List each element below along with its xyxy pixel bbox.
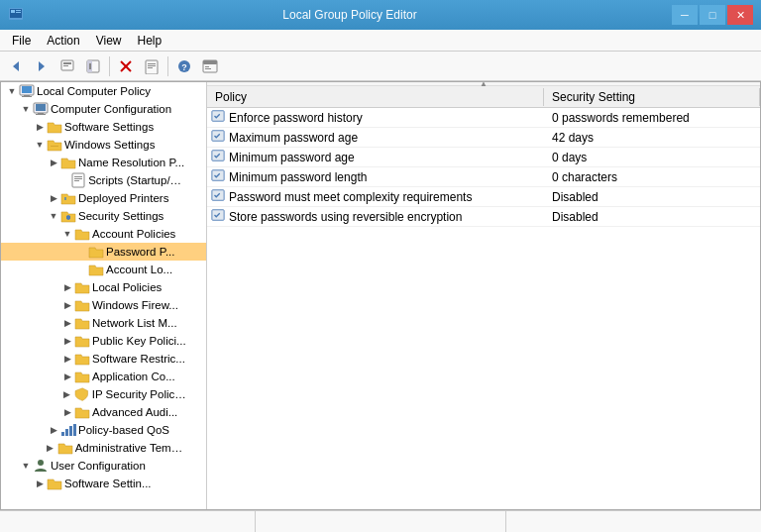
folder-advanced-audit-icon [74,404,90,420]
policy-name-5: Store passwords using reversible encrypt… [207,207,544,226]
expand-software-restrict[interactable]: ▶ [60,352,74,366]
tree-node-computer-config[interactable]: ▼ Computer Configuration [1,100,206,118]
properties-button[interactable] [140,54,163,78]
menu-help[interactable]: Help [130,32,170,50]
policy-row-2[interactable]: Minimum password age 0 days [207,148,760,167]
tree-node-account-policies[interactable]: ▼ Account Policies [1,225,206,243]
expand-policy-qos[interactable]: ▶ [47,423,60,437]
tree-node-policy-qos[interactable]: ▶ Policy-based QoS [1,421,206,439]
policy-value-4: Disabled [544,189,760,205]
tree-label-windows-settings: Windows Settings [64,139,155,151]
svg-rect-22 [205,68,211,69]
folder-software-user-icon [47,476,62,491]
tree-label-software-settings: Software Settings [64,121,154,133]
expand-app-control[interactable]: ▶ [60,370,74,383]
svg-point-41 [38,460,44,466]
expand-local-policy[interactable]: ▼ [5,84,19,98]
policy-row-3[interactable]: Minimum password length 0 characters [207,167,760,187]
expand-network-list[interactable]: ▶ [60,316,74,330]
policy-value-1: 42 days [544,130,760,146]
up-button[interactable] [55,54,79,78]
tree-node-security-settings[interactable]: ▼ Security Settings [1,207,206,225]
tree-node-windows-settings[interactable]: ▼ Windows Settings [1,136,206,154]
expand-windows-settings[interactable]: ▼ [33,138,47,152]
expand-security-settings[interactable]: ▼ [47,209,60,223]
tree-node-name-resolution[interactable]: ▶ Name Resolution P... [1,154,206,171]
tree-node-windows-firewall[interactable]: ▶ Windows Firew... [1,296,206,314]
expand-windows-firewall[interactable]: ▶ [60,298,74,312]
folder-public-key-icon [74,333,90,349]
folder-account-icon [74,226,90,242]
tree-node-account-lockout[interactable]: Account Lo... [1,261,206,278]
menu-action[interactable]: Action [39,32,87,50]
expand-deployed-printers[interactable]: ▶ [47,191,60,205]
policy-list[interactable]: Enforce password history 0 passwords rem… [207,108,760,509]
tree-node-public-key[interactable]: ▶ Public Key Polici... [1,332,206,350]
expand-local-policies[interactable]: ▶ [60,280,74,294]
console-button[interactable] [198,54,222,78]
expand-software-settings[interactable]: ▶ [33,120,47,134]
title-bar: Local Group Policy Editor ─ □ ✕ [0,0,761,30]
expand-software-settings-user[interactable]: ▶ [33,477,47,490]
title-bar-icon [8,6,24,25]
tree-node-admin-templates[interactable]: ▶ Administrative Templa... [1,439,206,457]
tree-node-software-settings[interactable]: ▶ Software Settings [1,118,206,136]
maximize-button[interactable]: □ [700,5,725,25]
expand-name-resolution[interactable]: ▶ [47,156,60,169]
expand-computer-config[interactable]: ▼ [19,102,33,116]
expand-ip-security[interactable]: ▶ [60,387,74,401]
minimize-button[interactable]: ─ [672,5,698,25]
tree-node-password-policy[interactable]: Password P... [1,243,206,261]
menu-file[interactable]: File [4,32,39,50]
tree-label-policy-qos: Policy-based QoS [78,424,169,436]
close-button[interactable]: ✕ [727,5,753,25]
tree-label-windows-firewall: Windows Firew... [92,299,178,311]
tree-label-software-restrict: Software Restric... [92,353,185,365]
tree-node-deployed-printers[interactable]: ▶ Deployed Printers [1,189,206,207]
tree-node-software-settings-user[interactable]: ▶ Software Settin... [1,475,206,492]
tree-label-account-lockout: Account Lo... [106,264,172,275]
tree-label-scripts: Scripts (Startup/Sh... [88,174,186,186]
folder-lockout-icon [88,262,104,277]
policy-row-4[interactable]: Password must meet complexity requiremen… [207,187,760,207]
forward-button[interactable] [30,54,54,78]
back-button[interactable] [4,54,28,78]
folder-printers-icon [60,190,76,206]
folder-name-res-icon [60,155,76,170]
user-config-icon [33,458,49,474]
policy-name-1: Maximum password age [207,128,544,147]
svg-rect-39 [69,426,72,436]
tree-node-advanced-audit[interactable]: ▶ Advanced Audi... [1,403,206,421]
policy-row-5[interactable]: Store passwords using reversible encrypt… [207,207,760,227]
svg-rect-4 [16,12,21,13]
tree-label-local-policies: Local Policies [92,281,162,293]
svg-rect-33 [74,176,82,177]
tree-node-app-control[interactable]: ▶ Application Co... [1,368,206,385]
folder-network-icon [74,315,90,331]
svg-rect-20 [203,60,217,64]
tree-node-network-list[interactable]: ▶ Network List M... [1,314,206,332]
show-hide-button[interactable] [81,54,105,78]
tree-panel[interactable]: ▼ Local Computer Policy ▼ [1,82,207,509]
tree-node-scripts[interactable]: Scripts (Startup/Sh... [1,171,206,189]
help-button[interactable]: ? [172,54,196,78]
expand-public-key[interactable]: ▶ [60,334,74,348]
expand-account-policies[interactable]: ▼ [60,227,74,241]
tree-label-public-key: Public Key Polici... [92,335,186,347]
policy-row-1[interactable]: Maximum password age 42 days [207,128,760,148]
tree-node-local-policies[interactable]: ▶ Local Policies [1,278,206,296]
tree-node-user-config[interactable]: ▼ User Configuration [1,457,206,475]
policy-row-0[interactable]: Enforce password history 0 passwords rem… [207,108,760,128]
tree-node-software-restrict[interactable]: ▶ Software Restric... [1,350,206,368]
delete-button[interactable] [114,54,138,78]
menu-view[interactable]: View [88,32,130,50]
tree-label-security-settings: Security Settings [78,210,163,222]
expand-user-config[interactable]: ▼ [19,459,33,473]
tree-node-local-policy[interactable]: ▼ Local Computer Policy [1,82,206,100]
expand-advanced-audit[interactable]: ▶ [60,405,74,419]
tree-node-ip-security[interactable]: ▶ IP Security Polici... [1,385,206,403]
tree-label-computer-config: Computer Configuration [51,103,171,115]
svg-rect-15 [148,65,156,66]
expand-admin-templates[interactable]: ▶ [44,441,57,455]
svg-rect-25 [24,95,30,96]
